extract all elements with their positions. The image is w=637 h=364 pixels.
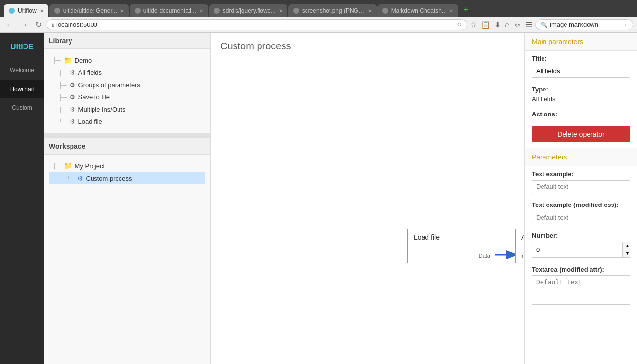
download-icon[interactable]: ⬇ — [495, 20, 501, 29]
gear-icon-3: ⚙ — [70, 93, 75, 101]
textarea-label: Textarea (modified attr): — [532, 266, 630, 273]
address-bar: ← → ↻ ℹ localhost:5000 ↻ ☆ 📋 ⬇ ⌂ ☺ ☰ 🔍 i… — [0, 17, 637, 33]
tree-save-to-file[interactable]: ├─ ⚙ Save to file — [49, 91, 205, 103]
tree-connector-6-icon: └─ — [59, 119, 67, 125]
parameters-section: Parameters Text example: Text example (m… — [525, 148, 637, 310]
tree-connector-5-icon: ├─ — [59, 107, 67, 113]
menu-icon[interactable]: ☰ — [525, 20, 532, 29]
text-example-field: Text example: — [525, 166, 637, 197]
textarea-field: Textarea (modified attr): — [525, 262, 637, 310]
reload-button[interactable]: ↻ — [33, 19, 44, 30]
tree-connector-3-icon: ├─ — [59, 82, 67, 88]
gear-icon-1: ⚙ — [70, 69, 75, 76]
type-field: Type: All fields — [525, 82, 637, 107]
node-all-fields[interactable]: All fields Input Output — [515, 229, 524, 263]
node-all-fields-title: All fields — [521, 233, 524, 241]
tab-ultiflow[interactable]: Ultiflow ✕ — [4, 4, 48, 17]
delete-operator-button[interactable]: Delete operator — [532, 126, 630, 142]
url-text: localhost:5000 — [56, 21, 455, 28]
panel-divider — [525, 146, 637, 146]
search-bar[interactable]: 🔍 image markdown → — [535, 19, 633, 30]
text-example-input[interactable] — [532, 180, 630, 193]
forward-button[interactable]: → — [19, 20, 30, 30]
actions-field: Actions: — [525, 107, 637, 124]
spinner-up-button[interactable]: ▲ — [623, 242, 630, 250]
nav-custom[interactable]: Custom — [0, 98, 44, 117]
search-icon: 🔍 — [541, 22, 548, 28]
bookmark-star-icon[interactable]: ☆ — [470, 20, 477, 29]
tab-close-3-icon[interactable]: ✕ — [199, 8, 203, 14]
flow-arrows — [211, 60, 524, 364]
search-go-icon[interactable]: → — [622, 22, 628, 28]
nav-welcome[interactable]: Welcome — [0, 61, 44, 80]
canvas-title: Custom process — [211, 33, 524, 60]
tree-ws-connector-2-icon: └─ — [67, 176, 74, 182]
flowchart-area[interactable]: Load file Data All fields Input Output S… — [211, 60, 524, 364]
node-load-file[interactable]: Load file Data — [407, 229, 495, 263]
workspace-tree: ├─ 📁 My Project └─ ⚙ Custom process — [44, 155, 210, 189]
tree-connector-2-icon: ├─ — [59, 70, 67, 76]
reading-list-icon[interactable]: 📋 — [481, 20, 491, 29]
textarea-input[interactable] — [532, 275, 630, 305]
title-label: Title: — [532, 55, 630, 62]
text-example-css-input[interactable] — [532, 211, 630, 224]
tree-my-project-label: My Project — [75, 162, 105, 170]
tab-docs[interactable]: ultide-documentati... ✕ — [130, 4, 208, 17]
node-all-fields-port-left: Input — [520, 253, 524, 259]
sidebar: Library ├─ 📁 Demo ├─ ⚙ All fields ├─ ⚙ G… — [44, 33, 211, 364]
gear-icon-5: ⚙ — [70, 118, 75, 125]
gear-icon-custom: ⚙ — [77, 175, 83, 182]
back-button[interactable]: ← — [4, 20, 16, 30]
tree-ws-connector-icon: ├─ — [53, 163, 61, 169]
ws-folder-icon: 📁 — [64, 162, 72, 170]
home-icon[interactable]: ⌂ — [505, 21, 510, 29]
tab-markdown[interactable]: Markdown Cheatsh... ✕ — [377, 4, 458, 17]
library-title: Library — [44, 33, 210, 49]
url-bar[interactable]: ℹ localhost:5000 ↻ — [47, 19, 467, 30]
tab-github1[interactable]: ultide/ultide: Gener... ✕ — [49, 4, 129, 17]
tree-connector-icon: ├─ — [53, 57, 61, 63]
spinner-down-button[interactable]: ▼ — [623, 250, 630, 258]
tree-demo-folder[interactable]: ├─ 📁 Demo — [49, 54, 205, 67]
tree-all-fields[interactable]: ├─ ⚙ All fields — [49, 67, 205, 79]
tree-custom-process[interactable]: └─ ⚙ Custom process — [49, 172, 205, 184]
number-label: Number: — [532, 232, 630, 239]
text-example-label: Text example: — [532, 170, 630, 178]
tab-close-2-icon[interactable]: ✕ — [120, 8, 124, 14]
nav-flowchart[interactable]: Flowchart — [0, 80, 44, 98]
tab-screenshot[interactable]: screenshot.png (PNG i... ✕ — [288, 4, 377, 17]
tab-close-6-icon[interactable]: ✕ — [449, 8, 453, 14]
secure-icon: ℹ — [52, 22, 54, 28]
tab-close-4-icon[interactable]: ✕ — [279, 8, 283, 14]
right-panel: Main parameters Title: Type: All fields … — [524, 33, 637, 364]
node-load-file-title: Load file — [414, 233, 489, 241]
tab-close-icon[interactable]: ✕ — [40, 8, 44, 14]
main-parameters-title: Main parameters — [525, 33, 637, 51]
actions-label: Actions: — [532, 111, 630, 118]
main-canvas: Custom process — [211, 33, 524, 364]
node-load-file-port-right: Data — [479, 253, 490, 259]
sidebar-divider — [44, 133, 210, 138]
app-title: UltIDE — [0, 38, 44, 61]
browser-tabs: Ultiflow ✕ ultide/ultide: Gener... ✕ ult… — [0, 0, 637, 17]
tree-my-project[interactable]: ├─ 📁 My Project — [49, 159, 205, 172]
workspace-title: Workspace — [44, 138, 210, 155]
number-input-wrap: ▲ ▼ — [532, 242, 630, 258]
left-navigation: UltIDE Welcome Flowchart Custom — [0, 33, 44, 364]
tree-connector-4-icon: ├─ — [59, 94, 67, 100]
tab-close-5-icon[interactable]: ✕ — [368, 8, 372, 14]
title-input[interactable] — [532, 65, 630, 78]
tab-jquery[interactable]: sdrdis/jquery.flowc... ✕ — [209, 4, 287, 17]
tree-groups-label: Groups of parameters — [78, 81, 140, 89]
refresh-inline-icon: ↻ — [457, 22, 462, 28]
profile-icon[interactable]: ☺ — [514, 21, 521, 29]
tree-save-label: Save to file — [78, 93, 110, 101]
tree-groups[interactable]: ├─ ⚙ Groups of parameters — [49, 79, 205, 91]
tree-multiple-ins[interactable]: ├─ ⚙ Multiple Ins/Outs — [49, 103, 205, 115]
search-text: image markdown — [550, 21, 598, 28]
number-input[interactable] — [532, 244, 622, 256]
new-tab-button[interactable]: + — [459, 3, 472, 17]
number-spinner: ▲ ▼ — [622, 242, 630, 257]
gear-icon-4: ⚙ — [70, 106, 75, 113]
tree-load-file[interactable]: └─ ⚙ Load file — [49, 115, 205, 128]
